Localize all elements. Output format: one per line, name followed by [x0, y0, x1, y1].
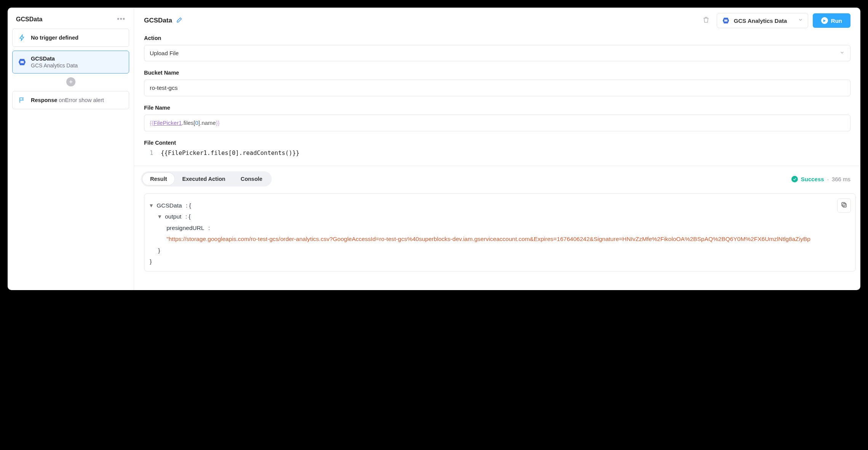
success-icon: [791, 176, 798, 182]
play-icon: [821, 17, 828, 24]
result-tabs: Result Executed Action Console: [141, 171, 272, 187]
svg-rect-4: [843, 204, 846, 207]
action-select[interactable]: Upload File: [144, 45, 850, 61]
svg-rect-0: [20, 61, 24, 62]
json-key: GCSData: [157, 200, 182, 211]
main-panel: GCSData GCS Analytics Data: [134, 8, 860, 290]
integration-label: GCS Analytics Data: [734, 18, 794, 24]
svg-rect-5: [842, 203, 845, 206]
more-icon[interactable]: •••: [117, 15, 125, 23]
response-step[interactable]: ResponseonError show alert: [12, 91, 129, 109]
action-label: Action: [144, 35, 850, 41]
bucket-label: Bucket Name: [144, 70, 850, 76]
step-sub: GCS Analytics Data: [31, 62, 78, 69]
caret-down-icon[interactable]: ▾: [150, 200, 154, 211]
tab-result[interactable]: Result: [143, 173, 175, 185]
filecontent-code: {{FilePicker1.files[0].readContents()}}: [161, 150, 299, 156]
run-button[interactable]: Run: [813, 13, 850, 28]
gcs-icon: [18, 58, 26, 66]
status-timing: 366 ms: [832, 176, 850, 182]
gcs-icon: [722, 16, 730, 25]
caret-down-icon[interactable]: ▾: [158, 211, 163, 222]
chevron-down-icon: [839, 50, 845, 56]
tab-console[interactable]: Console: [233, 173, 270, 185]
svg-rect-3: [724, 21, 727, 21]
json-brace: }: [158, 245, 160, 256]
sidebar: GCSData ••• No trigger defined GCSData G…: [8, 8, 134, 290]
status-text: Success: [801, 176, 824, 182]
filecontent-input[interactable]: 1 {{FilePicker1.files[0].readContents()}…: [144, 150, 850, 156]
json-string-value: "https://storage.googleapis.com/ro-test-…: [167, 233, 810, 244]
bolt-icon: [18, 34, 26, 42]
add-step-button[interactable]: [66, 77, 75, 86]
copy-button[interactable]: [837, 198, 851, 213]
trigger-step[interactable]: No trigger defined: [12, 29, 129, 47]
gcs-step[interactable]: GCSData GCS Analytics Data: [12, 51, 129, 73]
delete-icon[interactable]: [700, 16, 712, 25]
integration-selector[interactable]: GCS Analytics Data: [717, 13, 808, 28]
status-sep: ·: [827, 176, 829, 182]
bucket-value: ro-test-gcs: [150, 85, 178, 91]
response-sub: onError show alert: [59, 97, 104, 103]
svg-rect-1: [20, 62, 24, 63]
sidebar-title: GCSData: [16, 16, 42, 23]
step-title: GCSData: [31, 56, 78, 62]
result-json[interactable]: ▾GCSData : { ▾output : { presignedURL : …: [144, 193, 856, 271]
response-title: Response: [31, 97, 57, 103]
run-label: Run: [831, 18, 842, 24]
svg-rect-2: [724, 20, 727, 21]
json-key: presignedURL: [167, 222, 204, 233]
json-key: output: [165, 211, 181, 222]
bucket-input[interactable]: ro-test-gcs: [144, 80, 850, 96]
flag-icon: [18, 96, 26, 104]
filecontent-label: File Content: [144, 140, 850, 146]
filename-label: File Name: [144, 105, 850, 111]
page-title: GCSData: [144, 17, 172, 24]
edit-icon[interactable]: [176, 17, 183, 25]
filename-expr: {{FilePicker1.files[0].name}}: [150, 120, 219, 126]
chevron-down-icon: [798, 17, 803, 24]
line-number: 1: [146, 150, 153, 156]
action-value: Upload File: [150, 50, 179, 56]
json-brace: }: [150, 256, 152, 267]
filename-input[interactable]: {{FilePicker1.files[0].name}}: [144, 115, 850, 131]
tab-executed-action[interactable]: Executed Action: [175, 173, 233, 185]
trigger-label: No trigger defined: [31, 35, 78, 41]
